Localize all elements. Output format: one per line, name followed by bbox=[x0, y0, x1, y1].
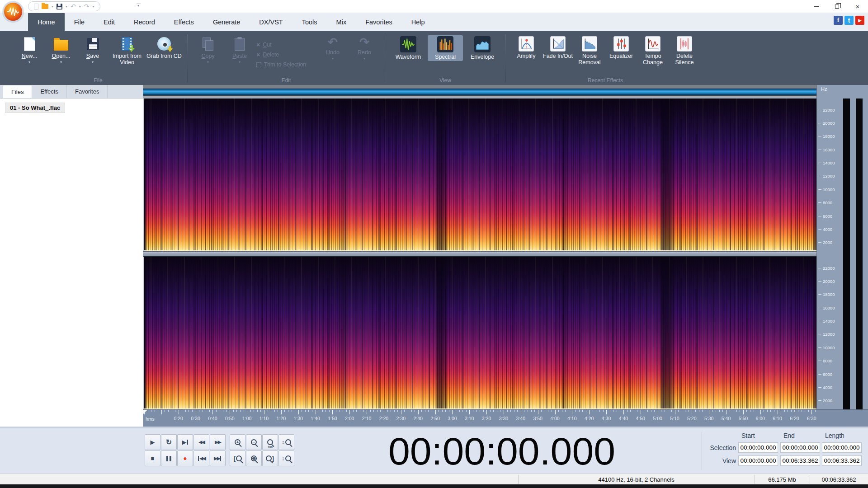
spectrogram-channel-left[interactable] bbox=[143, 99, 816, 251]
pause-button[interactable] bbox=[161, 450, 177, 466]
import-from-video-button[interactable]: Import from Video bbox=[109, 35, 145, 66]
menu-tab[interactable]: Tools bbox=[292, 13, 327, 31]
selection-end-field[interactable]: 00:00:00.000 bbox=[780, 442, 820, 453]
quick-open-icon[interactable] bbox=[42, 4, 48, 9]
menu-tab[interactable]: File bbox=[65, 13, 94, 31]
menu-tab[interactable]: Edit bbox=[94, 13, 124, 31]
amplify-button[interactable]: Amplify bbox=[511, 35, 541, 60]
quick-save-icon[interactable] bbox=[57, 4, 62, 9]
play-to-end-button[interactable]: ▶ bbox=[177, 434, 193, 450]
group-caption-edit: Edit bbox=[188, 77, 385, 84]
delete-button: × Delete bbox=[256, 52, 316, 58]
youtube-icon[interactable]: ▶ bbox=[855, 16, 864, 25]
zoom-in-button[interactable]: + bbox=[230, 434, 245, 450]
quick-redo-dropdown-icon[interactable]: ▾ bbox=[93, 5, 94, 9]
spectral-view-button[interactable]: Spectral bbox=[428, 35, 463, 61]
menu-tab[interactable]: Effects bbox=[165, 13, 203, 31]
app-logo-icon[interactable] bbox=[3, 1, 24, 22]
side-panel-tab[interactable]: Files bbox=[3, 85, 32, 98]
view-start-field[interactable]: 00:00:00.000 bbox=[738, 455, 778, 466]
spectrogram-channel-right[interactable] bbox=[143, 257, 816, 409]
ribbon-group-file: New...▾ Open...▾ Save▾ Import from Video… bbox=[9, 31, 187, 85]
menu-tab[interactable]: Home bbox=[28, 13, 65, 31]
frequency-tick: 22000 bbox=[818, 266, 842, 270]
minimize-button[interactable] bbox=[806, 0, 826, 13]
loop-button[interactable]: ↻ bbox=[161, 434, 177, 450]
customize-quick-access-button[interactable]: ▾ bbox=[136, 4, 141, 7]
quick-save-dropdown-icon[interactable]: ▾ bbox=[66, 5, 67, 9]
record-icon: ● bbox=[183, 455, 187, 461]
tempo-change-button[interactable]: Tempo Change bbox=[638, 35, 668, 66]
zoom-controls: + [ − ⊕ 100 ] ↕ ↕ bbox=[230, 434, 294, 466]
record-button[interactable]: ● bbox=[177, 450, 193, 466]
zoom-selection-left-icon bbox=[236, 455, 242, 461]
zoom-out-button[interactable]: − bbox=[246, 434, 262, 450]
frequency-tick: 2000 bbox=[818, 399, 842, 403]
frequency-tick: 4000 bbox=[818, 227, 842, 232]
rewind-button[interactable]: ◀◀ bbox=[193, 434, 209, 450]
quick-new-icon[interactable] bbox=[34, 4, 38, 9]
waveform-view-button[interactable]: Waveform bbox=[391, 35, 426, 61]
zoom-vertical-out-button[interactable]: ↕ bbox=[278, 450, 294, 466]
side-panel-tab[interactable]: Effects bbox=[32, 85, 67, 98]
status-duration: 00:06:33.362 bbox=[810, 474, 868, 485]
menu-tab[interactable]: Mix bbox=[327, 13, 356, 31]
time-tick-label: 4:20 bbox=[585, 416, 594, 421]
frequency-ruler-right: 2200020000180001600014000120001000080006… bbox=[818, 257, 842, 409]
twitter-icon[interactable]: t bbox=[844, 16, 854, 25]
facebook-icon[interactable]: f bbox=[834, 16, 843, 25]
stop-button[interactable]: ■ bbox=[145, 450, 160, 466]
pause-icon bbox=[166, 456, 171, 461]
row-label-selection: Selection bbox=[703, 444, 736, 451]
zoom-100-icon bbox=[267, 439, 273, 445]
go-to-start-button[interactable]: ◀◀ bbox=[193, 450, 209, 466]
menu-tab[interactable]: Generate bbox=[203, 13, 250, 31]
selection-length-field[interactable]: 00:00:00.000 bbox=[822, 442, 862, 453]
play-icon: ▶ bbox=[151, 439, 155, 445]
group-caption-recent-effects: Recent Effects bbox=[506, 77, 705, 84]
time-ruler[interactable]: hms 0:200:300:400:501:001:101:201:301:40… bbox=[143, 409, 868, 427]
copy-icon bbox=[203, 38, 213, 50]
zoom-selection-left-button[interactable]: [ bbox=[230, 450, 245, 466]
quick-undo-icon[interactable]: ↶ bbox=[71, 4, 76, 9]
fast-forward-button[interactable]: ▶▶ bbox=[210, 434, 226, 450]
selection-start-field[interactable]: 00:00:00.000 bbox=[738, 442, 778, 453]
file-list-item[interactable]: 01 - So What_.flac bbox=[5, 103, 65, 113]
quick-undo-dropdown-icon[interactable]: ▾ bbox=[79, 5, 81, 9]
side-panel-tab[interactable]: Favorites bbox=[67, 85, 108, 98]
play-button[interactable]: ▶ bbox=[145, 434, 160, 450]
maximize-button[interactable] bbox=[826, 0, 847, 13]
envelope-view-button[interactable]: Envelope bbox=[465, 35, 500, 61]
menu-tab[interactable]: DX/VST bbox=[250, 13, 292, 31]
horizontal-scrollbar[interactable] bbox=[143, 89, 816, 95]
time-tick-label: 4:30 bbox=[602, 416, 611, 421]
loop-icon: ↻ bbox=[166, 439, 172, 445]
close-button[interactable]: × bbox=[847, 0, 868, 13]
trim-icon bbox=[256, 62, 261, 67]
zoom-100-button[interactable]: 100 bbox=[262, 434, 278, 450]
go-to-end-button[interactable]: ▶▶ bbox=[210, 450, 226, 466]
save-button[interactable]: Save▾ bbox=[78, 35, 108, 65]
quick-open-dropdown-icon[interactable]: ▾ bbox=[52, 5, 53, 9]
zoom-selection-right-button[interactable]: ] bbox=[262, 450, 278, 466]
zoom-full-button[interactable]: ⊕ bbox=[246, 450, 262, 466]
delete-silence-button[interactable]: Delete Silence bbox=[670, 35, 699, 66]
open-button[interactable]: Open...▾ bbox=[46, 35, 76, 65]
frequency-tick: 8000 bbox=[818, 359, 842, 363]
noise-removal-button[interactable]: Noise Removal bbox=[575, 35, 604, 66]
menu-tab[interactable]: Record bbox=[124, 13, 165, 31]
view-length-field[interactable]: 00:06:33.362 bbox=[822, 455, 862, 466]
zoom-vertical-in-button[interactable]: ↕ bbox=[278, 434, 294, 450]
fade-in-out-button[interactable]: Fade In/Out bbox=[543, 35, 573, 60]
fade-icon bbox=[550, 36, 566, 52]
menu-tab[interactable]: Help bbox=[402, 13, 434, 31]
time-tick-label: 2:50 bbox=[430, 416, 439, 421]
grab-from-cd-button[interactable]: Grab from CD bbox=[146, 35, 182, 60]
channel-divider[interactable] bbox=[143, 251, 816, 257]
view-end-field[interactable]: 00:06:33.362 bbox=[780, 455, 820, 466]
stop-icon: ■ bbox=[151, 455, 155, 461]
equalizer-button[interactable]: Equalizer bbox=[606, 35, 636, 60]
menu-tab[interactable]: Favorites bbox=[356, 13, 402, 31]
new-button[interactable]: New...▾ bbox=[14, 35, 44, 65]
quick-redo-icon[interactable]: ↷ bbox=[84, 4, 90, 9]
